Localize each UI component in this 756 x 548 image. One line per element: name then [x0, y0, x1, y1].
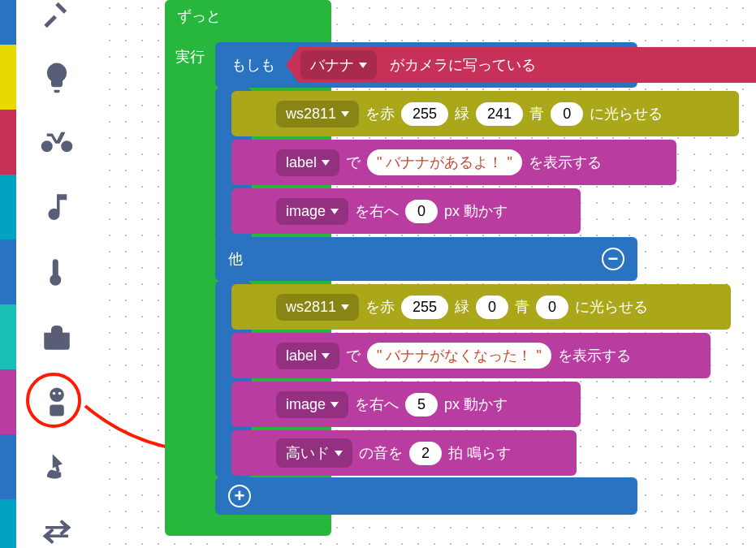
label-text-input[interactable]: " バナナがあるよ！ "	[367, 149, 522, 175]
chevron-down-icon	[341, 304, 349, 310]
led-b-input[interactable]: 0	[536, 296, 568, 319]
remove-else-icon[interactable]: −	[602, 248, 624, 270]
led-b-input[interactable]: 0	[551, 102, 583, 126]
cat-stripe	[0, 45, 16, 110]
forever-header[interactable]: ずっと	[165, 0, 331, 32]
chevron-down-icon	[322, 160, 330, 166]
led-block[interactable]: ws2811 を赤 255 緑 241 青 0 に光らせる	[231, 91, 739, 136]
bulb-icon[interactable]	[28, 45, 85, 110]
image-px-input[interactable]: 0	[405, 200, 438, 223]
cat-stripe	[0, 175, 16, 239]
led-r-input[interactable]: 255	[401, 102, 448, 126]
label-target-dropdown[interactable]: label	[276, 149, 339, 176]
sound-block[interactable]: 高いド の音を 2 拍 鳴らす	[231, 430, 577, 476]
chevron-down-icon	[330, 402, 339, 408]
image-target-dropdown[interactable]: image	[276, 391, 348, 418]
led-g-input[interactable]: 241	[476, 102, 523, 126]
add-else-icon[interactable]: +	[228, 485, 251, 507]
label-target-dropdown[interactable]: label	[276, 343, 339, 369]
highlight-circle	[26, 373, 81, 428]
music-icon[interactable]	[28, 175, 85, 239]
category-sidebar	[0, 0, 106, 548]
hammer-icon[interactable]	[28, 0, 85, 45]
image-move-block[interactable]: image を右へ 0 px 動かす	[231, 188, 581, 234]
cat-stripe	[0, 0, 16, 45]
cat-stripe	[0, 434, 16, 499]
label-block[interactable]: label で " バナナがあるよ！ " を表示する	[231, 140, 676, 185]
cat-stripe	[0, 304, 16, 369]
chevron-down-icon	[330, 209, 339, 214]
if-label: もしも	[225, 55, 282, 75]
led-device-dropdown[interactable]: ws2811	[276, 101, 359, 127]
cat-stripe	[0, 499, 16, 548]
chevron-down-icon	[322, 353, 330, 359]
bike-icon[interactable]	[28, 110, 85, 175]
arrows-icon[interactable]	[28, 499, 85, 548]
image-px-input[interactable]: 5	[405, 393, 438, 416]
chevron-down-icon	[359, 63, 367, 68]
led-g-input[interactable]: 0	[476, 296, 508, 319]
chevron-down-icon	[335, 451, 343, 456]
led-device-dropdown[interactable]: ws2811	[276, 294, 359, 321]
camera-condition-block[interactable]: バナナ がカメラに写っている	[286, 47, 756, 83]
beats-input[interactable]: 2	[409, 442, 442, 465]
image-move-block-else[interactable]: image を右へ 5 px 動かす	[231, 382, 581, 427]
do-label: 実行	[175, 47, 205, 67]
cat-stripe	[0, 239, 16, 304]
label-text-input[interactable]: " バナナがなくなった！ "	[367, 343, 551, 369]
camera-suffix: がカメラに写っている	[383, 55, 542, 75]
image-target-dropdown[interactable]: image	[276, 198, 348, 225]
thermometer-icon[interactable]	[28, 239, 85, 304]
camera-object-dropdown[interactable]: バナナ	[300, 50, 377, 80]
cat-stripe	[0, 110, 16, 175]
if-footer[interactable]: +	[215, 477, 637, 515]
note-dropdown[interactable]: 高いド	[276, 438, 352, 468]
chevron-down-icon	[341, 111, 349, 117]
else-header[interactable]: 他 −	[215, 237, 637, 281]
led-r-input[interactable]: 255	[401, 296, 448, 319]
label-block-else[interactable]: label で " バナナがなくなった！ " を表示する	[231, 333, 711, 378]
led-block-else[interactable]: ws2811 を赤 255 緑 0 青 0 に光らせる	[231, 284, 731, 330]
forever-label: ずっと	[165, 6, 227, 26]
else-label: 他	[228, 249, 243, 269]
toolbox-icon[interactable]	[28, 304, 85, 369]
pointer-icon[interactable]	[28, 434, 85, 499]
cat-stripe	[0, 369, 16, 434]
